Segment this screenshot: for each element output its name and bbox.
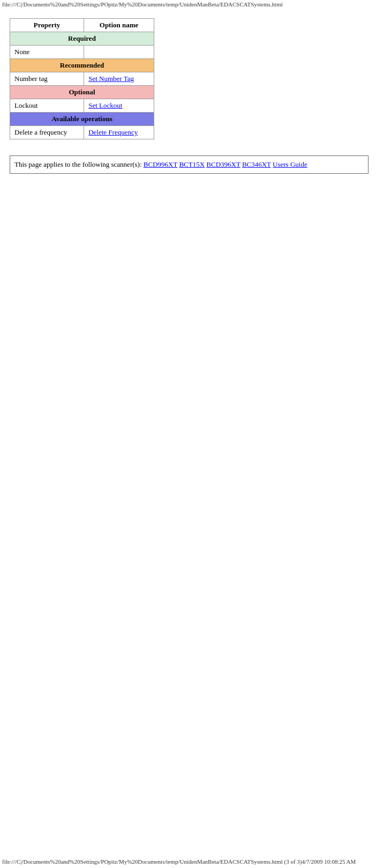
scanner-link[interactable]: BCT15X — [179, 160, 205, 168]
scanner-link[interactable]: BCD996XT — [144, 160, 177, 168]
col1-header: Property — [10, 19, 84, 32]
property-cell: Lockout — [10, 99, 84, 113]
section-row: Available operations — [10, 113, 154, 126]
property-cell: Number tag — [10, 72, 84, 86]
scanner-link[interactable]: Users Guide — [273, 160, 307, 168]
property-cell: None — [10, 46, 84, 59]
scanner-link[interactable]: BC346XT — [242, 160, 271, 168]
option-cell — [84, 46, 154, 59]
scanner-links: BCD996XT BCT15X BCD396XT BC346XT Users G… — [144, 160, 307, 168]
scanner-link[interactable]: BCD396XT — [206, 160, 240, 168]
bottom-bar: file:///C|/Documents%20and%20Settings/PO… — [0, 857, 358, 866]
section-row: Recommended — [10, 59, 154, 72]
property-cell: Delete a frequency — [10, 126, 84, 139]
top-bar: file:///C|/Documents%20and%20Settings/PO… — [0, 0, 391, 9]
option-link[interactable]: Set Lockout — [88, 101, 122, 109]
col2-header: Option name — [84, 19, 154, 32]
option-cell[interactable]: Delete Frequency — [84, 126, 154, 139]
option-cell[interactable]: Set Lockout — [84, 99, 154, 113]
option-link[interactable]: Set Number Tag — [88, 75, 134, 83]
section-row: Optional — [10, 86, 154, 99]
option-cell[interactable]: Set Number Tag — [84, 72, 154, 86]
scanner-box: This page applies to the following scann… — [10, 155, 369, 174]
main-table: Property Option name RequiredNoneRecomme… — [10, 18, 154, 139]
bottom-path: file:///C|/Documents%20and%20Settings/PO… — [2, 858, 356, 865]
scanner-prefix: This page applies to the following scann… — [14, 160, 142, 168]
section-row: Required — [10, 32, 154, 46]
top-path: file:///C|/Documents%20and%20Settings/PO… — [2, 1, 283, 8]
option-link[interactable]: Delete Frequency — [88, 128, 138, 136]
